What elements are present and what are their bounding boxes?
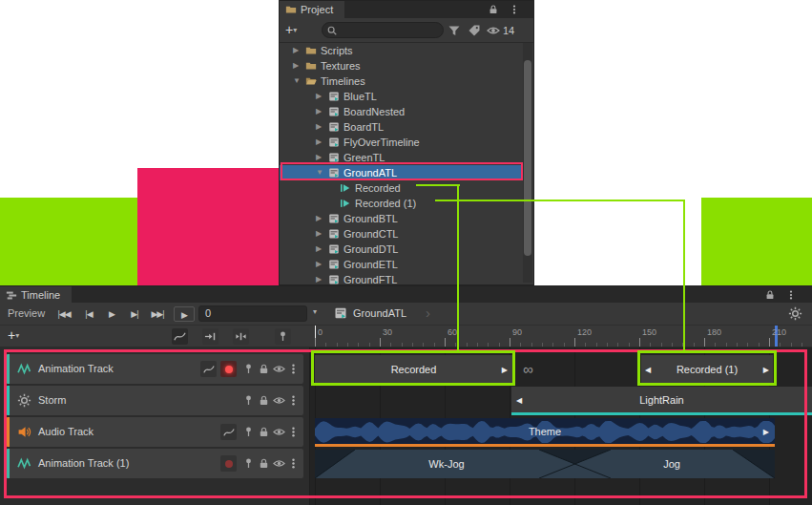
tab-project[interactable]: Project: [280, 1, 344, 18]
lock-icon[interactable]: [258, 363, 270, 375]
eye-icon[interactable]: [273, 363, 285, 375]
pin-icon[interactable]: [242, 426, 255, 438]
lock-icon[interactable]: [258, 426, 270, 438]
marker-toggle-button[interactable]: [275, 328, 291, 345]
ease-out-handle-icon[interactable]: ▶: [763, 427, 769, 435]
foldout-closed-icon[interactable]: ▶: [316, 272, 322, 284]
foldout-closed-icon[interactable]: ▶: [316, 150, 322, 165]
add-track-button[interactable]: +▾: [8, 327, 19, 343]
foldout-closed-icon[interactable]: ▶: [316, 119, 322, 135]
kebab-menu-icon[interactable]: [509, 4, 520, 15]
foldout-open-icon[interactable]: ▼: [316, 165, 323, 180]
ease-out-handle-icon[interactable]: ▶: [502, 366, 508, 374]
track-header-storm[interactable]: Storm: [6, 386, 303, 415]
time-ruler[interactable]: 0306090120150180210: [313, 326, 812, 347]
ripple-mode-button[interactable]: [233, 328, 249, 345]
tree-item-recorded[interactable]: Recorded: [280, 180, 522, 196]
kebab-menu-icon[interactable]: [287, 363, 300, 375]
add-asset-button[interactable]: +▾: [285, 21, 310, 38]
tree-item-groundftl[interactable]: ▶GroundFTL: [280, 272, 522, 284]
pin-icon[interactable]: [242, 394, 255, 407]
play-button[interactable]: ▶: [101, 306, 122, 322]
track-header-animation-track-1[interactable]: Animation Track (1): [6, 449, 303, 478]
track-header-animation-track[interactable]: Animation Track: [6, 354, 303, 384]
go-to-end-button[interactable]: ▶▶|: [147, 306, 168, 322]
lock-icon[interactable]: [258, 457, 270, 470]
eye-icon[interactable]: [273, 457, 285, 470]
search-field[interactable]: [322, 22, 444, 38]
tree-item-groundatl[interactable]: ▼GroundATL: [280, 165, 522, 180]
tab-timeline[interactable]: Timeline: [0, 286, 72, 303]
header-content-divider[interactable]: [309, 347, 310, 505]
tree-item-textures[interactable]: ▶Textures: [280, 58, 522, 74]
ease-in-handle-icon[interactable]: ◀: [516, 395, 522, 404]
tree-item-flyovertimeline[interactable]: ▶FlyOverTimeline: [280, 135, 522, 150]
track-header-audio-track[interactable]: Audio Track: [6, 417, 303, 447]
clip-theme[interactable]: Theme ▶: [315, 418, 775, 447]
tree-item-groundetl[interactable]: ▶GroundETL: [280, 257, 522, 272]
pin-icon[interactable]: [242, 457, 255, 470]
clip-wkjog[interactable]: Wk-Jog: [408, 450, 485, 478]
tree-item-groundctl[interactable]: ▶GroundCTL: [280, 226, 522, 242]
clip-jog[interactable]: Jog: [634, 450, 710, 478]
eye-icon[interactable]: [273, 394, 285, 407]
breadcrumb-groundatl[interactable]: GroundATL: [353, 307, 406, 319]
foldout-open-icon[interactable]: ▼: [293, 74, 301, 89]
ease-in-handle-icon[interactable]: ◀: [645, 366, 651, 374]
tree-item-recorded-1[interactable]: Recorded (1): [280, 196, 522, 211]
foldout-closed-icon[interactable]: ▶: [316, 211, 322, 226]
frame-dropdown-arrow-icon[interactable]: ▾: [313, 307, 317, 316]
record-button[interactable]: [220, 455, 237, 472]
tree-item-grounddtl[interactable]: ▶GroundDTL: [280, 242, 522, 257]
lock-icon[interactable]: [488, 4, 499, 15]
clip-recorded[interactable]: Recorded ▶: [315, 355, 512, 384]
tree-item-groundbtl[interactable]: ▶GroundBTL: [280, 211, 522, 226]
previous-frame-button[interactable]: |◀: [78, 306, 99, 322]
search-by-type-icon[interactable]: [448, 24, 461, 37]
tree-item-boardtl[interactable]: ▶BoardTL: [280, 119, 522, 135]
tree-item-boardnested[interactable]: ▶BoardNested: [280, 104, 522, 119]
scrollbar-thumb[interactable]: [524, 60, 531, 256]
preview-toggle-button[interactable]: Preview: [8, 307, 45, 319]
ease-out-handle-icon[interactable]: ▶: [763, 366, 769, 374]
foldout-closed-icon[interactable]: ▶: [316, 104, 322, 119]
go-to-start-button[interactable]: |◀◀: [53, 306, 74, 322]
project-panel: Project +▾ 14 ▶Scripts ▶Textures ▼Timeli…: [279, 0, 534, 285]
tree-item-scripts[interactable]: ▶Scripts: [280, 43, 522, 58]
clip-recorded-1[interactable]: ◀ Recorded (1) ▶: [641, 355, 773, 384]
gear-settings-icon[interactable]: [788, 306, 802, 321]
foldout-closed-icon[interactable]: ▶: [316, 135, 322, 150]
track-content-area[interactable]: Recorded ▶ ∞ ◀ Recorded (1) ▶ ◀ LightRai…: [309, 347, 812, 505]
eye-icon[interactable]: [273, 426, 285, 438]
project-tab-label: Project: [301, 4, 333, 15]
lock-icon[interactable]: [258, 394, 270, 407]
foldout-closed-icon[interactable]: ▶: [316, 242, 322, 257]
lock-icon[interactable]: [764, 289, 776, 301]
foldout-closed-icon[interactable]: ▶: [316, 257, 322, 272]
curves-toggle-button[interactable]: [200, 361, 217, 377]
next-frame-button[interactable]: ▶|: [124, 306, 145, 322]
tree-item-timelines[interactable]: ▼Timelines: [280, 74, 522, 89]
kebab-menu-icon[interactable]: [287, 457, 300, 470]
clip-lightrain[interactable]: ◀ LightRain: [511, 387, 812, 415]
kebab-menu-icon[interactable]: [287, 426, 300, 438]
foldout-closed-icon[interactable]: ▶: [316, 226, 322, 242]
kebab-menu-icon[interactable]: [785, 289, 797, 301]
tree-item-greentl[interactable]: ▶GreenTL: [280, 150, 522, 165]
foldout-closed-icon[interactable]: ▶: [316, 89, 322, 104]
mix-mode-button[interactable]: [202, 328, 219, 345]
search-by-label-icon[interactable]: [468, 24, 481, 37]
record-button[interactable]: [220, 361, 237, 377]
project-scrollbar[interactable]: [523, 43, 532, 283]
hidden-count-eye-icon[interactable]: [487, 24, 500, 37]
curves-toggle-button[interactable]: [220, 424, 237, 440]
foldout-closed-icon[interactable]: ▶: [293, 58, 299, 74]
curves-view-button[interactable]: [172, 328, 188, 345]
kebab-menu-icon[interactable]: [287, 394, 300, 407]
search-input[interactable]: [342, 23, 437, 37]
pin-icon[interactable]: [242, 363, 255, 375]
tree-item-bluetl[interactable]: ▶BlueTL: [280, 89, 522, 104]
foldout-closed-icon[interactable]: ▶: [293, 43, 299, 58]
frame-field[interactable]: 0: [198, 305, 307, 322]
play-range-button[interactable]: ▶: [174, 306, 195, 322]
